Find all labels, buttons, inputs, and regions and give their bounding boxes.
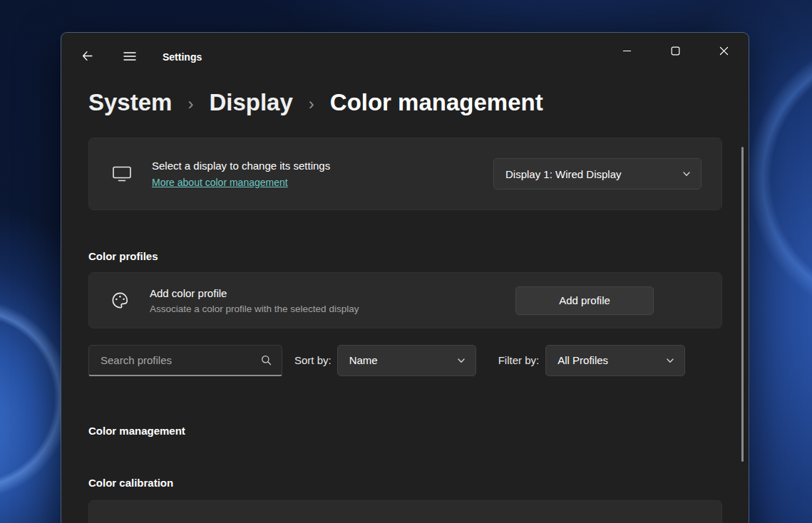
back-arrow-icon [81, 50, 93, 64]
add-color-profile-subtitle: Associate a color profile with the selec… [150, 304, 359, 314]
close-button[interactable] [707, 37, 740, 64]
settings-content: Select a display to change its settings … [61, 138, 749, 523]
add-profile-button[interactable]: Add profile [515, 286, 654, 315]
section-heading-color-calibration: Color calibration [88, 477, 722, 489]
breadcrumb-separator-icon: › [309, 91, 314, 114]
add-color-profile-title: Add color profile [150, 287, 359, 299]
color-management-help-link[interactable]: More about color management [152, 177, 288, 188]
breadcrumb-separator-icon: › [187, 91, 193, 114]
search-profiles-box [88, 345, 282, 376]
profiles-filter-row: Sort by: Name Filter by: All Profiles [88, 344, 722, 376]
section-heading-color-management: Color management [88, 425, 722, 437]
display-dropdown-value: Display 1: Wired Display [505, 168, 622, 180]
color-calibration-card [88, 500, 722, 523]
titlebar: Settings [61, 33, 749, 81]
display-selector-card: Select a display to change its settings … [88, 138, 722, 210]
add-color-profile-text: Add color profile Associate a color prof… [150, 287, 359, 314]
breadcrumb-item-system[interactable]: System [88, 89, 172, 116]
minimize-icon [622, 46, 632, 56]
display-dropdown[interactable]: Display 1: Wired Display [493, 158, 701, 190]
hamburger-menu-icon [123, 51, 136, 63]
sort-dropdown-value: Name [349, 354, 378, 366]
chevron-down-icon [457, 356, 466, 365]
maximize-icon [671, 46, 680, 56]
monitor-icon [112, 165, 132, 183]
minimize-button[interactable] [610, 37, 643, 64]
page-title: Color management [330, 89, 543, 116]
chevron-down-icon [666, 356, 674, 365]
breadcrumb-item-display[interactable]: Display [209, 89, 292, 116]
app-title: Settings [163, 51, 202, 63]
chevron-down-icon [682, 170, 691, 178]
search-icon [261, 355, 282, 366]
search-profiles-input[interactable] [89, 346, 261, 375]
hamburger-menu-button[interactable] [115, 44, 144, 70]
maximize-button[interactable] [659, 37, 692, 64]
sort-dropdown[interactable]: Name [337, 345, 476, 376]
breadcrumb: System › Display › Color management [61, 81, 749, 115]
filter-by-label: Filter by: [498, 354, 540, 366]
palette-icon [111, 291, 130, 310]
sort-by-label: Sort by: [294, 354, 332, 366]
settings-window: Settings System › Display › Co [61, 32, 749, 523]
close-icon [719, 46, 729, 56]
display-selector-text: Select a display to change its settings … [152, 160, 330, 189]
filter-dropdown[interactable]: All Profiles [545, 345, 685, 376]
display-selector-title: Select a display to change its settings [152, 160, 330, 172]
window-caption-controls [610, 37, 740, 64]
filter-dropdown-value: All Profiles [557, 354, 608, 366]
scrollbar[interactable] [741, 147, 744, 462]
section-heading-color-profiles: Color profiles [88, 250, 722, 262]
back-button[interactable] [73, 44, 101, 70]
add-color-profile-card: Add color profile Associate a color prof… [88, 272, 722, 328]
